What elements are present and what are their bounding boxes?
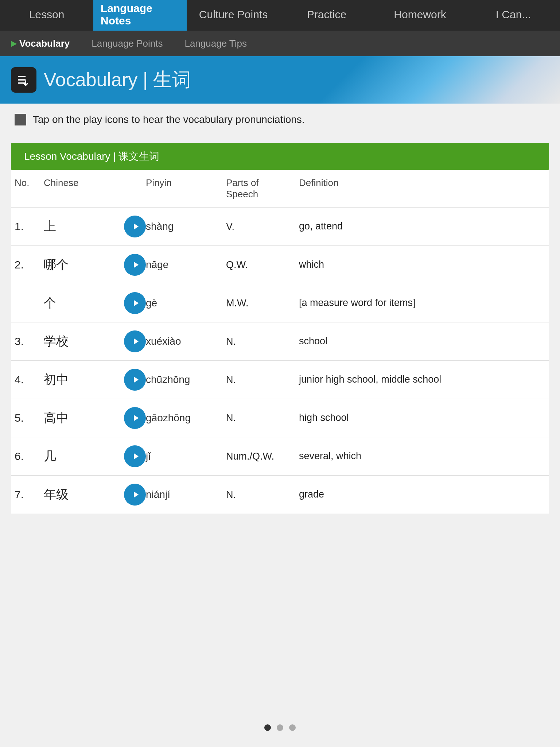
play-icon-2 bbox=[131, 298, 141, 308]
cell-def-6: several, which bbox=[299, 449, 545, 463]
cell-no-6: 6. bbox=[15, 450, 44, 462]
cell-def-5: high school bbox=[299, 411, 545, 425]
vocab-row: 4. 初中 chūzhōng N. junior high school, mi… bbox=[11, 361, 549, 399]
cell-def-7: grade bbox=[299, 488, 545, 502]
play-button-1[interactable] bbox=[124, 254, 146, 276]
cell-pos-2: M.W. bbox=[226, 298, 299, 309]
cell-play-1[interactable] bbox=[124, 254, 146, 276]
vocab-row: 7. 年级 niánjí N. grade bbox=[11, 476, 549, 514]
vocab-row: 5. 高中 gāozhōng N. high school bbox=[11, 399, 549, 437]
content-area: Tap on the play icons to hear the vocabu… bbox=[0, 104, 560, 747]
page-dot-0[interactable] bbox=[264, 724, 271, 731]
top-nav-tab-homework[interactable]: Homework bbox=[373, 0, 467, 31]
page-container: LessonLanguage NotesCulture PointsPracti… bbox=[0, 0, 560, 747]
play-button-7[interactable] bbox=[124, 484, 146, 506]
cell-no-4: 4. bbox=[15, 374, 44, 386]
sub-nav: VocabularyLanguage PointsLanguage Tips bbox=[0, 31, 560, 56]
top-nav-tab-i-can[interactable]: I Can... bbox=[467, 0, 560, 31]
header-separator: | bbox=[143, 69, 153, 90]
vocab-table-wrapper: No. Chinese Pinyin Parts ofSpeech Defini… bbox=[11, 170, 549, 514]
cell-play-3[interactable] bbox=[124, 330, 146, 352]
play-button-0[interactable] bbox=[124, 216, 146, 237]
header-title-english: Vocabulary bbox=[44, 69, 137, 90]
play-icon-5 bbox=[131, 413, 141, 423]
cell-play-4[interactable] bbox=[124, 369, 146, 391]
top-nav-tab-culture-points[interactable]: Culture Points bbox=[187, 0, 280, 31]
cell-pinyin-2: gè bbox=[146, 297, 226, 309]
play-button-2[interactable] bbox=[124, 292, 146, 314]
cell-play-2[interactable] bbox=[124, 292, 146, 314]
col-no: No. bbox=[15, 177, 44, 200]
cell-pos-5: N. bbox=[226, 413, 299, 424]
sub-nav-item-language-points[interactable]: Language Points bbox=[88, 38, 166, 49]
cell-play-6[interactable] bbox=[124, 445, 146, 467]
vocab-row: 3. 学校 xuéxiào N. school bbox=[11, 322, 549, 361]
section-block: Lesson Vocabulary | 课文生词 No. Chinese Pin… bbox=[0, 136, 560, 514]
cell-no-0: 1. bbox=[15, 220, 44, 233]
top-nav-tab-language-notes[interactable]: Language Notes bbox=[93, 0, 187, 31]
vocab-row: 1. 上 shàng V. go, attend bbox=[11, 208, 549, 246]
cell-play-0[interactable] bbox=[124, 216, 146, 237]
col-pos: Parts ofSpeech bbox=[226, 177, 299, 200]
cell-no-3: 3. bbox=[15, 335, 44, 348]
cell-pinyin-6: jǐ bbox=[146, 450, 226, 462]
cell-chinese-1: 哪个 bbox=[44, 256, 124, 273]
cell-pinyin-1: năge bbox=[146, 259, 226, 271]
header-title: Vocabulary | 生词 bbox=[44, 67, 191, 93]
cell-pos-4: N. bbox=[226, 374, 299, 386]
cell-chinese-5: 高中 bbox=[44, 410, 124, 426]
cell-chinese-7: 年级 bbox=[44, 486, 124, 503]
cell-def-2: [a measure word for items] bbox=[299, 296, 545, 310]
cell-pos-7: N. bbox=[226, 489, 299, 500]
page-dot-1[interactable] bbox=[277, 724, 283, 731]
cell-def-3: school bbox=[299, 334, 545, 348]
cell-no-1: 2. bbox=[15, 259, 44, 271]
play-button-6[interactable] bbox=[124, 445, 146, 467]
vocab-row: 个 gè M.W. [a measure word for items] bbox=[11, 284, 549, 322]
play-button-5[interactable] bbox=[124, 407, 146, 429]
play-icon-indicator bbox=[15, 114, 26, 125]
instruction-text: Tap on the play icons to hear the vocabu… bbox=[33, 114, 305, 125]
cell-def-0: go, attend bbox=[299, 220, 545, 233]
cell-pos-1: Q.W. bbox=[226, 259, 299, 271]
col-play-spacer bbox=[124, 177, 146, 200]
play-icon-7 bbox=[131, 489, 141, 500]
cell-pinyin-7: niánjí bbox=[146, 489, 226, 500]
cell-pinyin-3: xuéxiào bbox=[146, 336, 226, 347]
cell-pos-6: Num./Q.W. bbox=[226, 451, 299, 462]
section-header-text: Lesson Vocabulary | 课文生词 bbox=[24, 151, 159, 162]
play-icon-3 bbox=[131, 336, 141, 347]
cell-chinese-6: 几 bbox=[44, 448, 124, 465]
table-header-row: No. Chinese Pinyin Parts ofSpeech Defini… bbox=[11, 170, 549, 208]
play-icon-4 bbox=[131, 375, 141, 385]
play-icon-0 bbox=[131, 221, 141, 232]
notes-svg-icon bbox=[16, 72, 31, 88]
sub-nav-item-language-tips[interactable]: Language Tips bbox=[181, 38, 250, 49]
top-nav-tab-lesson[interactable]: Lesson bbox=[0, 0, 93, 31]
col-definition: Definition bbox=[299, 177, 545, 200]
play-button-3[interactable] bbox=[124, 330, 146, 352]
header-title-chinese: 生词 bbox=[153, 69, 191, 90]
cell-chinese-3: 学校 bbox=[44, 333, 124, 350]
page-dot-2[interactable] bbox=[289, 724, 296, 731]
cell-chinese-4: 初中 bbox=[44, 371, 124, 388]
cell-pos-0: V. bbox=[226, 221, 299, 232]
top-nav-tab-practice[interactable]: Practice bbox=[280, 0, 373, 31]
cell-chinese-2: 个 bbox=[44, 295, 124, 311]
section-header-english: Lesson Vocabulary bbox=[24, 151, 110, 162]
cell-def-4: junior high school, middle school bbox=[299, 373, 545, 387]
cell-no-7: 7. bbox=[15, 488, 44, 501]
cell-play-5[interactable] bbox=[124, 407, 146, 429]
cell-pinyin-0: shàng bbox=[146, 221, 226, 232]
play-button-4[interactable] bbox=[124, 369, 146, 391]
sub-nav-item-vocabulary[interactable]: Vocabulary bbox=[7, 38, 73, 49]
cell-play-7[interactable] bbox=[124, 484, 146, 506]
cell-pinyin-4: chūzhōng bbox=[146, 374, 226, 386]
page-dots bbox=[264, 710, 296, 746]
vocab-row: 2. 哪个 năge Q.W. which bbox=[11, 246, 549, 284]
play-icon-1 bbox=[131, 260, 141, 270]
header-banner: Vocabulary | 生词 bbox=[0, 56, 560, 104]
cell-chinese-0: 上 bbox=[44, 218, 124, 235]
vocabulary-icon bbox=[11, 67, 36, 93]
section-header-sep: | bbox=[113, 151, 118, 162]
